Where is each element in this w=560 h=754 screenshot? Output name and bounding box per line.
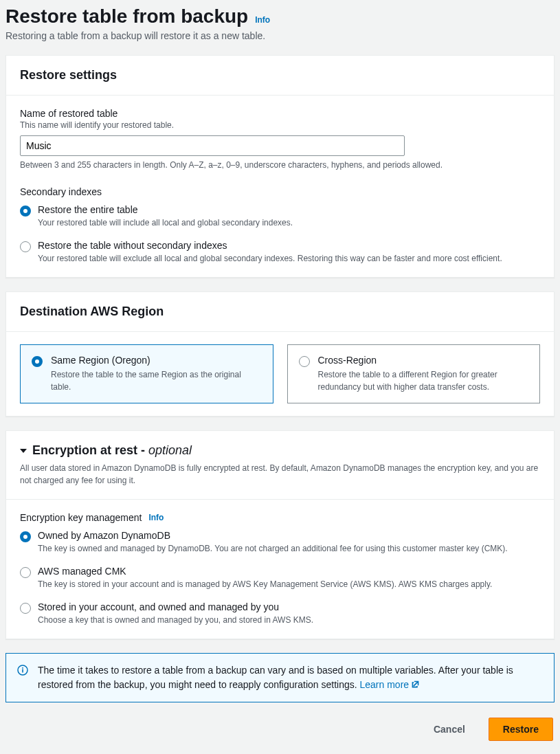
panel-header: Restore settings	[6, 56, 554, 96]
action-buttons: Cancel Restore	[5, 718, 555, 746]
option-desc: Choose a key that is owned and managed b…	[38, 614, 540, 626]
encryption-option-your-account[interactable]: Stored in your account, and owned and ma…	[20, 601, 540, 626]
page-subtitle: Restoring a table from a backup will res…	[5, 30, 555, 41]
region-tile-cross[interactable]: Cross-Region Restore the table to a diff…	[287, 344, 541, 403]
panel-body: Encryption key management Info Owned by …	[6, 500, 554, 639]
secondary-indexes-label: Secondary indexes	[20, 186, 540, 197]
key-mgmt-text: Encryption key management	[20, 512, 142, 523]
name-label: Name of restored table	[20, 108, 540, 119]
encryption-title-text: Encryption at rest -	[32, 443, 148, 457]
external-link-icon	[411, 678, 420, 687]
option-desc: Your restored table will exclude all loc…	[38, 252, 540, 265]
option-desc: The key is owned and managed by DynamoDB…	[38, 542, 540, 555]
restore-settings-title: Restore settings	[20, 68, 540, 82]
radio-icon	[32, 356, 43, 367]
learn-more-text: Learn more	[360, 679, 410, 690]
info-icon	[17, 665, 28, 676]
encryption-radio-group: Owned by Amazon DynamoDB The key is owne…	[20, 530, 540, 626]
option-title: Stored in your account, and owned and ma…	[38, 601, 540, 612]
radio-icon	[299, 356, 310, 367]
secondary-indexes-radio-group: Restore the entire table Your restored t…	[20, 204, 540, 265]
panel-body: Name of restored table This name will id…	[6, 96, 554, 277]
option-title: Restore the table without secondary inde…	[38, 240, 540, 251]
panel-body: Same Region (Oregon) Restore the table t…	[6, 332, 554, 416]
encryption-option-owned[interactable]: Owned by Amazon DynamoDB The key is owne…	[20, 530, 540, 555]
radio-icon	[20, 567, 31, 578]
option-desc: The key is stored in your account and is…	[38, 578, 540, 590]
restore-button[interactable]: Restore	[489, 718, 553, 741]
region-tile-same[interactable]: Same Region (Oregon) Restore the table t…	[20, 344, 273, 403]
encryption-panel: Encryption at rest - optional All user d…	[5, 430, 555, 639]
secondary-option-without[interactable]: Restore the table without secondary inde…	[20, 240, 540, 265]
page-title-text: Restore table from backup	[5, 5, 248, 27]
radio-icon	[20, 206, 31, 217]
tile-title: Cross-Region	[318, 355, 529, 366]
info-message: The time it takes to restore a table fro…	[38, 665, 513, 690]
encryption-subtext: All user data stored in Amazon DynamoDB …	[20, 462, 540, 487]
encryption-title: Encryption at rest - optional	[32, 443, 192, 458]
caret-down-icon	[20, 449, 27, 453]
radio-icon	[20, 603, 31, 614]
key-mgmt-label: Encryption key management Info	[20, 512, 540, 523]
tile-title: Same Region (Oregon)	[51, 355, 262, 366]
encryption-option-aws-cmk[interactable]: AWS managed CMK The key is stored in you…	[20, 566, 540, 590]
radio-icon	[20, 531, 31, 542]
secondary-option-entire[interactable]: Restore the entire table Your restored t…	[20, 204, 540, 229]
cancel-button[interactable]: Cancel	[420, 718, 479, 741]
info-text: The time it takes to restore a table fro…	[38, 663, 543, 692]
option-title: Restore the entire table	[38, 204, 540, 215]
option-desc: Your restored table will include all loc…	[38, 217, 540, 229]
svg-rect-2	[22, 667, 23, 669]
encryption-expand-header[interactable]: Encryption at rest - optional	[20, 443, 540, 458]
radio-icon	[20, 241, 31, 252]
region-tiles: Same Region (Oregon) Restore the table t…	[20, 344, 540, 403]
destination-region-panel: Destination AWS Region Same Region (Oreg…	[5, 291, 555, 417]
svg-rect-1	[22, 669, 23, 673]
option-title: AWS managed CMK	[38, 566, 540, 577]
panel-header: Encryption at rest - optional All user d…	[6, 431, 554, 500]
optional-label: optional	[148, 443, 192, 457]
restore-settings-panel: Restore settings Name of restored table …	[5, 55, 555, 278]
learn-more-link[interactable]: Learn more	[360, 679, 421, 690]
destination-region-title: Destination AWS Region	[20, 304, 540, 319]
page-title: Restore table from backup Info	[5, 5, 555, 27]
restore-time-info-box: The time it takes to restore a table fro…	[5, 653, 555, 702]
name-hint: This name will identify your restored ta…	[20, 120, 540, 130]
restored-table-name-input[interactable]	[20, 135, 405, 156]
tile-desc: Restore the table to a different Region …	[318, 368, 529, 393]
panel-header: Destination AWS Region	[6, 292, 554, 332]
page-info-link[interactable]: Info	[255, 15, 270, 25]
tile-desc: Restore the table to the same Region as …	[51, 368, 262, 393]
option-title: Owned by Amazon DynamoDB	[38, 530, 540, 541]
encryption-info-link[interactable]: Info	[148, 513, 164, 522]
name-helper: Between 3 and 255 characters in length. …	[20, 160, 540, 170]
